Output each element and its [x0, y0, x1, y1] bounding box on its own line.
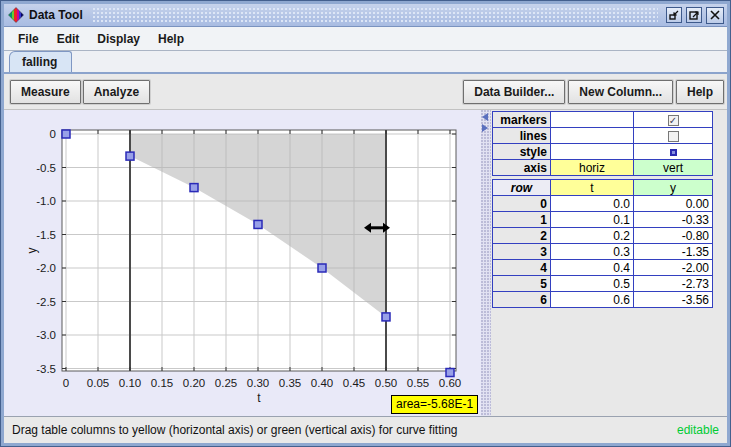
empty-cell[interactable] [551, 128, 634, 144]
property-label: axis [493, 160, 551, 176]
table-row: 40.4-2.00 [493, 260, 713, 276]
t-value-cell[interactable]: 0.4 [551, 260, 634, 276]
row-number: 5 [493, 276, 551, 292]
axis-horiz-cell[interactable]: horiz [551, 160, 634, 176]
y-value-cell[interactable]: -0.80 [634, 228, 713, 244]
plot-svg[interactable]: 00.050.100.150.200.250.300.350.400.450.5… [4, 110, 481, 415]
y-column-header[interactable]: y [634, 180, 713, 196]
svg-text:-1.5: -1.5 [36, 229, 56, 241]
menu-edit[interactable]: Edit [49, 29, 88, 49]
table-row: 60.6-3.56 [493, 292, 713, 308]
app-logo-icon [8, 7, 24, 23]
area-readout: area=-5.68E-1 [391, 395, 478, 414]
property-label: markers [493, 112, 551, 128]
t-value-cell[interactable]: 0.0 [551, 196, 634, 212]
svg-text:y: y [25, 248, 39, 254]
svg-text:-3.5: -3.5 [36, 363, 56, 375]
property-table-body: markers✓linesstyleaxishorizvert [493, 112, 713, 176]
status-bar: Drag table columns to yellow (horizontal… [4, 416, 727, 443]
lines-toggle-cell[interactable] [634, 128, 713, 144]
markers-toggle-cell[interactable]: ✓ [634, 112, 713, 128]
table-row: 50.5-2.73 [493, 276, 713, 292]
svg-text:0.05: 0.05 [87, 377, 109, 389]
y-value-cell[interactable]: -2.73 [634, 276, 713, 292]
svg-text:-2.0: -2.0 [36, 262, 56, 274]
row-number: 2 [493, 228, 551, 244]
svg-text:0.10: 0.10 [119, 377, 141, 389]
menu-file[interactable]: File [10, 29, 47, 49]
t-value-cell[interactable]: 0.6 [551, 292, 634, 308]
style-cell[interactable] [634, 144, 713, 160]
svg-text:0.45: 0.45 [343, 377, 365, 389]
svg-text:0.20: 0.20 [183, 377, 205, 389]
data-builder-button[interactable]: Data Builder... [463, 80, 565, 104]
svg-text:0: 0 [63, 377, 69, 389]
menu-bar: File Edit Display Help [4, 27, 727, 51]
data-table: row t y 00.00.0010.1-0.3320.2-0.8030.3-1… [492, 179, 713, 308]
svg-text:0.25: 0.25 [215, 377, 237, 389]
row-number: 6 [493, 292, 551, 308]
new-column-button[interactable]: New Column... [568, 80, 673, 104]
table-row: 20.2-0.80 [493, 228, 713, 244]
tab-bar: falling [4, 51, 727, 74]
status-hint: Drag table columns to yellow (horizontal… [12, 423, 458, 437]
measure-button[interactable]: Measure [10, 80, 81, 104]
svg-text:-2.5: -2.5 [36, 296, 56, 308]
plot-panel[interactable]: 00.050.100.150.200.250.300.350.400.450.5… [4, 110, 481, 416]
property-row-markers: markers✓ [493, 112, 713, 128]
t-value-cell[interactable]: 0.5 [551, 276, 634, 292]
property-label: style [493, 144, 551, 160]
row-column-header[interactable]: row [493, 180, 551, 196]
svg-text:0.15: 0.15 [151, 377, 173, 389]
empty-cell[interactable] [551, 112, 634, 128]
svg-text:0.30: 0.30 [247, 377, 269, 389]
titlebar-texture [93, 8, 658, 23]
t-column-header[interactable]: t [551, 180, 634, 196]
maximize-button[interactable] [686, 7, 702, 23]
y-value-cell[interactable]: -3.56 [634, 292, 713, 308]
table-row: 00.00.00 [493, 196, 713, 212]
svg-text:t: t [257, 391, 261, 405]
window-title: Data Tool [29, 8, 83, 22]
t-value-cell[interactable]: 0.3 [551, 244, 634, 260]
svg-text:0.50: 0.50 [375, 377, 397, 389]
toolbar: Measure Analyze Data Builder... New Colu… [4, 74, 727, 110]
empty-cell[interactable] [551, 144, 634, 160]
svg-text:0.60: 0.60 [439, 377, 461, 389]
data-table-body: 00.00.0010.1-0.3320.2-0.8030.3-1.3540.4-… [493, 196, 713, 308]
marker-style-icon[interactable] [670, 149, 677, 156]
collapse-left-icon[interactable] [482, 113, 488, 121]
main-split-pane: 00.050.100.150.200.250.300.350.400.450.5… [4, 110, 727, 416]
close-button[interactable] [706, 7, 724, 24]
t-value-cell[interactable]: 0.2 [551, 228, 634, 244]
y-value-cell[interactable]: -1.35 [634, 244, 713, 260]
menu-help[interactable]: Help [150, 29, 192, 49]
axis-vert-cell[interactable]: vert [634, 160, 713, 176]
y-value-cell[interactable]: 0.00 [634, 196, 713, 212]
analyze-button[interactable]: Analyze [83, 80, 150, 104]
row-number: 1 [493, 212, 551, 228]
collapse-right-icon[interactable] [482, 124, 488, 132]
property-label: lines [493, 128, 551, 144]
t-value-cell[interactable]: 0.1 [551, 212, 634, 228]
menu-display[interactable]: Display [89, 29, 148, 49]
checkbox-unchecked-icon[interactable] [668, 131, 679, 142]
y-value-cell[interactable]: -0.33 [634, 212, 713, 228]
row-number: 3 [493, 244, 551, 260]
tab-falling[interactable]: falling [9, 51, 72, 72]
svg-text:-3.0: -3.0 [36, 329, 56, 341]
split-divider[interactable] [481, 110, 491, 416]
svg-text:0: 0 [50, 128, 56, 140]
title-bar[interactable]: Data Tool [4, 4, 727, 27]
editable-status: editable [677, 423, 719, 437]
row-number: 0 [493, 196, 551, 212]
help-button[interactable]: Help [676, 80, 724, 104]
table-panel: markers✓linesstyleaxishorizvert row t y … [491, 110, 727, 416]
property-row-style: style [493, 144, 713, 160]
iconify-button[interactable] [666, 7, 682, 23]
checkbox-checked-icon[interactable]: ✓ [668, 115, 679, 126]
row-number: 4 [493, 260, 551, 276]
svg-text:-1.0: -1.0 [36, 195, 56, 207]
y-value-cell[interactable]: -2.00 [634, 260, 713, 276]
table-row: 10.1-0.33 [493, 212, 713, 228]
